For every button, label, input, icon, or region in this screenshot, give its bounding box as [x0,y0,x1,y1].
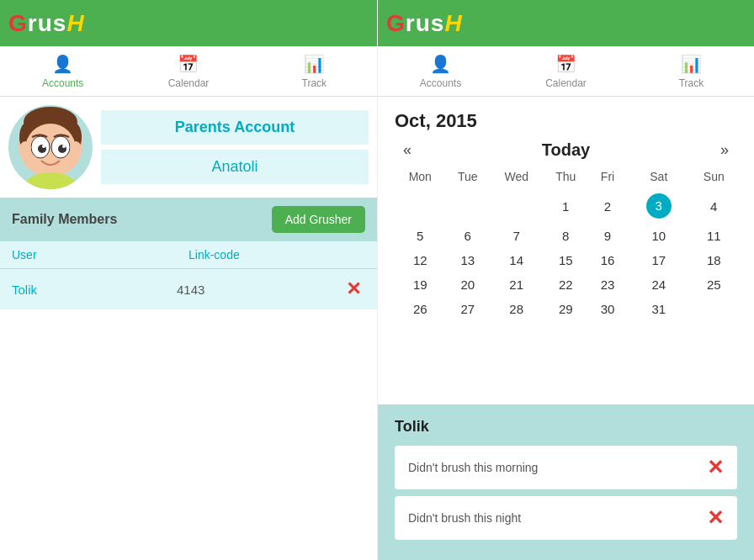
calendar-day-cell[interactable]: 4 [691,188,737,224]
accounts-icon-right: 👤 [430,54,451,74]
calendar-section: Oct, 2015 « Today » Mon Tue Wed Thu Fri … [378,97,754,404]
calendar-day-cell[interactable]: 1 [543,188,588,224]
calendar-day-cell[interactable]: 21 [490,272,543,297]
member-code: 4143 [177,283,342,297]
calendar-day-cell[interactable]: 10 [627,224,691,248]
calendar-day-cell[interactable]: 3 [627,188,691,224]
svg-point-10 [62,145,66,148]
calendar-day-cell[interactable]: 8 [543,224,588,248]
brush-night-message: Didn't brush this night [408,511,707,525]
calendar-day-cell [691,297,737,321]
family-header: Family Members Add Grusher [0,198,377,241]
left-logo: GrusH [8,10,85,37]
brush-night-delete[interactable]: ✕ [707,506,724,530]
calendar-weekdays-row: Mon Tue Wed Thu Fri Sat Sun [395,165,737,188]
calendar-day-cell[interactable]: 19 [395,272,446,297]
calendar-day-cell [395,188,446,224]
calendar-day-cell [446,188,490,224]
add-grusher-button[interactable]: Add Grusher [272,206,365,233]
calendar-prev-button[interactable]: « [395,141,420,159]
calendar-day-cell[interactable]: 29 [543,297,588,321]
calendar-day-cell[interactable]: 24 [627,272,691,297]
calendar-day-cell[interactable]: 12 [395,248,446,272]
calendar-week-row: 262728293031 [395,297,737,321]
month-title: Oct, 2015 [395,110,737,132]
weekday-sun: Sun [691,165,737,188]
calendar-day-cell[interactable]: 25 [691,272,737,297]
calendar-nav: « Today » [395,140,737,160]
track-icon-right: 📊 [681,54,702,74]
tab-track-label: Track [302,77,327,89]
calendar-day-cell[interactable]: 2 [588,188,627,224]
tab-track-right[interactable]: 📊 Track [629,46,754,96]
tab-accounts-right[interactable]: 👤 Accounts [378,46,503,96]
brush-report-user: Tolik [395,418,737,436]
brush-night-row: Didn't brush this night ✕ [395,496,737,540]
weekday-mon: Mon [395,165,446,188]
calendar-icon-left: 📅 [178,54,199,74]
profile-section: Parents Account Anatoli [0,97,377,198]
calendar-day-cell[interactable]: 31 [627,297,691,321]
right-panel: GrusH 👤 Accounts 📅 Calendar 📊 Track Oct,… [377,0,754,560]
profile-info: Parents Account Anatoli [101,110,369,184]
accounts-icon: 👤 [52,54,73,74]
calendar-day-cell[interactable]: 23 [588,272,627,297]
delete-member-button[interactable]: ✕ [342,277,365,301]
brush-report: Tolik Didn't brush this morning ✕ Didn't… [378,404,754,560]
calendar-week-row: 19202122232425 [395,272,737,297]
brush-morning-row: Didn't brush this morning ✕ [395,446,737,489]
svg-point-13 [70,141,82,156]
calendar-day-cell[interactable]: 13 [446,248,490,272]
calendar-day-cell[interactable]: 9 [588,224,627,248]
calendar-day-cell[interactable]: 17 [627,248,691,272]
track-icon-left: 📊 [304,54,325,74]
member-user: Tolik [12,283,177,297]
calendar-day-cell[interactable]: 6 [446,224,490,248]
calendar-day-cell [490,188,543,224]
left-nav-bar: GrusH [0,0,377,46]
tab-track-right-label: Track [679,77,704,89]
calendar-day-cell[interactable]: 14 [490,248,543,272]
col-code-header: Link-code [188,248,365,262]
calendar-week-row: 567891011 [395,224,737,248]
col-user-header: User [12,248,188,262]
calendar-icon-right: 📅 [555,54,576,74]
calendar-day-cell[interactable]: 22 [543,272,588,297]
calendar-day-cell[interactable]: 11 [691,224,737,248]
calendar-day-cell[interactable]: 30 [588,297,627,321]
calendar-day-cell[interactable]: 7 [490,224,543,248]
calendar-next-button[interactable]: » [712,141,737,159]
members-table-header: User Link-code [0,241,377,268]
calendar-day-cell[interactable]: 20 [446,272,490,297]
svg-point-11 [25,172,76,189]
weekday-fri: Fri [588,165,627,188]
tab-calendar-left[interactable]: 📅 Calendar [125,46,251,96]
weekday-sat: Sat [627,165,691,188]
weekday-thu: Thu [543,165,588,188]
tab-calendar-right[interactable]: 📅 Calendar [503,46,629,96]
calendar-day-cell[interactable]: 16 [588,248,627,272]
parents-account-label: Parents Account [101,110,369,145]
calendar-day-cell[interactable]: 28 [490,297,543,321]
tab-track-left[interactable]: 📊 Track [252,46,377,96]
svg-point-12 [19,141,31,156]
right-logo: GrusH [386,10,463,37]
calendar-day-cell[interactable]: 15 [543,248,588,272]
calendar-day-cell[interactable]: 26 [395,297,446,321]
calendar-week-row: 1234 [395,188,737,224]
weekday-tue: Tue [446,165,490,188]
tab-calendar-label: Calendar [168,77,210,89]
calendar-day-cell[interactable]: 27 [446,297,490,321]
weekday-wed: Wed [490,165,543,188]
brush-morning-message: Didn't brush this morning [408,461,707,474]
brush-morning-delete[interactable]: ✕ [707,456,724,479]
tab-calendar-right-label: Calendar [545,77,587,89]
tab-accounts-left[interactable]: 👤 Accounts [0,46,125,96]
tab-accounts-label: Accounts [42,77,83,89]
calendar-today-label: Today [420,140,712,160]
right-tab-bar: 👤 Accounts 📅 Calendar 📊 Track [378,46,754,97]
calendar-day-cell[interactable]: 18 [691,248,737,272]
calendar-day-cell[interactable]: 5 [395,224,446,248]
calendar-grid: Mon Tue Wed Thu Fri Sat Sun 123456789101… [395,165,737,321]
left-tab-bar: 👤 Accounts 📅 Calendar 📊 Track [0,46,377,97]
